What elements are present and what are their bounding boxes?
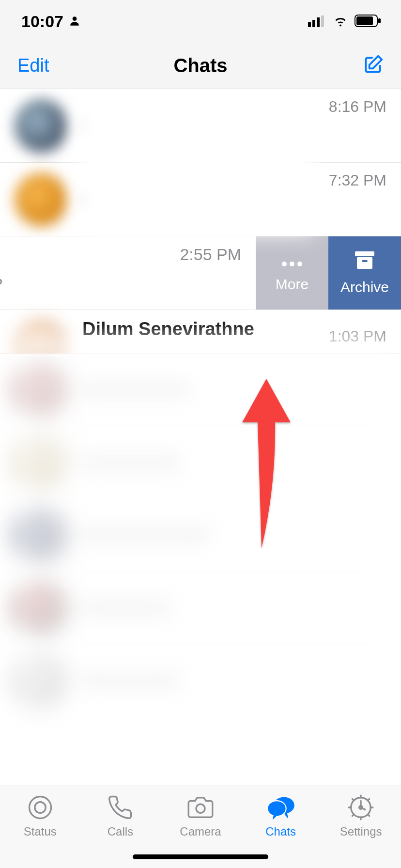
chat-row-content[interactable]: Gandhi onth Su Levu che? 2:55 PM xyxy=(0,236,256,310)
status-icon xyxy=(26,793,55,822)
compose-button[interactable] xyxy=(362,54,384,78)
svg-rect-11 xyxy=(355,251,374,256)
avatar xyxy=(15,99,68,153)
swipe-actions: More Archive xyxy=(256,236,401,310)
tab-bar: Status Calls Camera Chats Settings xyxy=(0,786,401,868)
svg-rect-3 xyxy=(317,17,320,27)
svg-line-27 xyxy=(368,799,370,800)
tab-settings[interactable]: Settings xyxy=(327,793,395,838)
svg-point-9 xyxy=(290,262,294,266)
chat-body: Gandhi onth Su Levu che? xyxy=(0,252,170,294)
tab-camera[interactable]: Camera xyxy=(167,793,234,838)
compose-icon xyxy=(362,54,384,76)
cellular-icon xyxy=(308,12,326,31)
tab-label: Status xyxy=(24,825,57,838)
nav-title: Chats xyxy=(173,55,227,77)
svg-line-28 xyxy=(353,814,354,816)
svg-line-26 xyxy=(368,814,370,816)
chat-row-swiped[interactable]: Gandhi onth Su Levu che? 2:55 PM More Ar… xyxy=(0,236,401,310)
gear-icon xyxy=(346,793,375,822)
tab-label: Settings xyxy=(340,825,382,838)
status-bar: 10:07 xyxy=(0,0,401,43)
svg-point-18 xyxy=(267,801,286,816)
chat-list[interactable]: 8:16 PM 7:32 PM Gandhi onth Su Levu che?… xyxy=(0,89,401,786)
camera-icon xyxy=(186,793,215,822)
svg-rect-4 xyxy=(321,16,324,27)
tab-label: Calls xyxy=(108,825,133,838)
more-label: More xyxy=(276,276,308,293)
more-button[interactable]: More xyxy=(256,236,328,310)
chat-time: 2:55 PM xyxy=(180,245,241,264)
archive-label: Archive xyxy=(340,279,389,295)
home-indicator[interactable] xyxy=(133,854,268,859)
redaction-overlay xyxy=(10,331,387,728)
tab-chats[interactable]: Chats xyxy=(247,793,315,838)
svg-rect-12 xyxy=(357,257,372,269)
tab-status[interactable]: Status xyxy=(6,793,74,838)
tab-label: Camera xyxy=(180,825,221,838)
svg-point-14 xyxy=(29,797,51,819)
battery-icon xyxy=(355,12,382,31)
svg-line-25 xyxy=(353,799,354,800)
tab-label: Chats xyxy=(265,825,296,838)
svg-rect-1 xyxy=(308,22,311,27)
status-right xyxy=(308,12,382,31)
redaction-overlay xyxy=(77,89,315,234)
chat-time: 7:32 PM xyxy=(329,171,386,189)
chat-time: 8:16 PM xyxy=(329,98,386,116)
svg-point-10 xyxy=(297,262,302,266)
wifi-icon xyxy=(332,12,349,31)
status-left: 10:07 xyxy=(21,12,81,31)
svg-rect-13 xyxy=(362,260,368,262)
person-icon xyxy=(68,12,81,31)
chat-name: Gandhi xyxy=(0,252,170,273)
phone-icon xyxy=(106,793,135,822)
nav-bar: Edit Chats xyxy=(0,43,401,89)
svg-rect-6 xyxy=(356,16,373,25)
svg-point-0 xyxy=(73,16,77,21)
chats-icon xyxy=(266,793,295,822)
svg-rect-7 xyxy=(378,18,381,23)
svg-point-16 xyxy=(196,804,205,813)
archive-icon xyxy=(354,250,375,273)
status-time: 10:07 xyxy=(21,12,63,31)
avatar xyxy=(15,173,68,226)
edit-button[interactable]: Edit xyxy=(17,55,49,76)
tab-calls[interactable]: Calls xyxy=(86,793,154,838)
svg-point-15 xyxy=(35,802,46,813)
more-icon xyxy=(280,254,304,270)
svg-point-8 xyxy=(282,262,287,266)
chat-preview: onth Su Levu che? xyxy=(0,275,170,294)
svg-rect-2 xyxy=(312,20,315,27)
archive-button[interactable]: Archive xyxy=(328,236,401,310)
